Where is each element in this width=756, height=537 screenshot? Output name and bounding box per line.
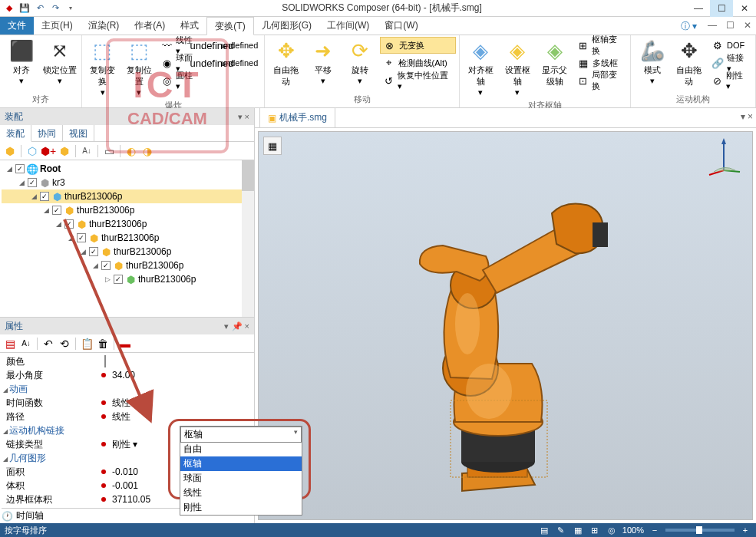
tree-checkbox[interactable]: ✓ [28, 178, 37, 187]
help-dropdown-icon[interactable]: ⓘ ▾ [675, 17, 703, 35]
ribbon-small-button[interactable]: ⊞枢轴变换 [574, 37, 627, 54]
zoom-in-icon[interactable]: + [739, 525, 751, 535]
menu-tab-4[interactable]: 变换(T) [206, 17, 253, 35]
viewport-3d[interactable]: ▦ [258, 131, 753, 520]
ribbon-small-button[interactable]: ↺恢复中性位置 ▾ [380, 72, 456, 89]
tree-checkbox[interactable]: ✓ [101, 261, 111, 270]
menu-tab-6[interactable]: 工作间(W) [319, 17, 377, 35]
assembly-tree[interactable]: ◢✓🌐Root◢✓⬢kr3◢✓⬢thurB213006p◢✓⬢thurB2130… [0, 160, 254, 317]
tool-icon-4[interactable]: ◐ [124, 144, 138, 158]
ribbon-button[interactable]: ◈设置枢轴▾ [500, 37, 535, 99]
ribbon-button[interactable]: ⬛对齐▾ [3, 37, 40, 87]
status-icon-4[interactable]: ⊞ [589, 525, 601, 535]
tree-toggle-icon[interactable]: ◢ [29, 193, 38, 200]
viewport-menu-button[interactable]: ▦ [263, 137, 282, 155]
ribbon-button[interactable]: ◈对齐枢轴▾ [463, 37, 498, 99]
ribbon-minimize-icon[interactable]: — [703, 17, 721, 35]
tree-checkbox[interactable]: ✓ [40, 192, 49, 201]
prop-sort-icon[interactable]: A↓ [19, 337, 33, 351]
tree-row[interactable]: ◢✓⬢thurB213006p [2, 231, 253, 245]
tree-row[interactable]: ◢✓⬢thurB213006p [2, 245, 253, 259]
ribbon-button[interactable]: ➜平移▾ [305, 37, 341, 87]
tool-icon-2[interactable]: ⬢+ [41, 144, 55, 158]
status-icon-3[interactable]: ▦ [572, 525, 584, 535]
ribbon-small-button[interactable]: 🔗链接 ▾ [708, 54, 752, 71]
file-tab[interactable]: 文件 [0, 17, 34, 35]
status-icon-1[interactable]: ▤ [538, 525, 550, 535]
child-maximize-icon[interactable]: ☐ [721, 17, 739, 35]
redo-icon[interactable]: ↷ [49, 2, 61, 15]
ribbon-small-button[interactable]: ⌖检测曲线(Alt) [380, 54, 456, 71]
dropdown-option[interactable]: 刚性 [180, 500, 302, 515]
tree-row[interactable]: ◢✓⬢thurB213006p [2, 203, 253, 217]
assembly-tab-2[interactable]: 视图 [63, 125, 94, 141]
dropdown-option[interactable]: 线性 [180, 486, 302, 500]
qat-dropdown-icon[interactable]: ▾ [64, 2, 77, 15]
close-button[interactable]: ✕ [733, 0, 756, 17]
tree-row[interactable]: ▷✓⬢thurB213006p [2, 272, 253, 286]
dropdown-selected[interactable]: 枢轴▾ [180, 427, 302, 443]
prop-tool-5[interactable]: 🗑 [96, 337, 110, 351]
tree-scrollbar[interactable] [242, 160, 254, 317]
document-tab[interactable]: ▣ 机械手.smg [259, 107, 335, 127]
ribbon-small-button[interactable]: ⊡局部变换 [574, 72, 627, 89]
zoom-out-icon[interactable]: − [649, 525, 661, 535]
dropdown-option[interactable]: 枢轴 [180, 456, 302, 471]
tree-row[interactable]: ◢✓⬢kr3 [2, 176, 253, 189]
menu-tab-1[interactable]: 渲染(R) [81, 17, 127, 35]
link-type-dropdown[interactable]: 枢轴▾ 自由枢轴球面线性刚性 [180, 426, 302, 516]
ribbon-button[interactable]: ◈显示父级轴 [537, 37, 573, 89]
viewport-compass[interactable] [705, 138, 743, 176]
tree-checkbox[interactable]: ✓ [89, 247, 98, 256]
assembly-tab-0[interactable]: 装配 [0, 125, 31, 142]
ribbon-small-button[interactable]: undefinedundefined [203, 37, 261, 54]
maximize-button[interactable]: ☐ [710, 0, 733, 17]
tree-toggle-icon[interactable]: ◢ [78, 248, 87, 255]
minimize-button[interactable]: — [687, 0, 710, 17]
menu-tab-2[interactable]: 作者(A) [127, 17, 173, 35]
tree-toggle-icon[interactable]: ◢ [41, 206, 51, 214]
ribbon-small-button[interactable]: ⊗无变换 [380, 37, 456, 54]
ribbon-button[interactable]: 🦾模式▾ [634, 37, 669, 87]
tree-toggle-icon[interactable]: ◢ [5, 165, 14, 173]
prop-tool-4[interactable]: 📋 [80, 337, 94, 351]
assembly-icon[interactable]: ⬢ [3, 144, 17, 158]
ribbon-small-button[interactable]: ⚙DOF [708, 37, 752, 54]
ribbon-button[interactable]: ✥自由拖动 [672, 37, 707, 89]
menu-tab-3[interactable]: 样式 [173, 17, 206, 35]
tree-toggle-icon[interactable]: ◢ [17, 179, 26, 186]
tool-icon-1[interactable]: ⬡ [25, 144, 39, 158]
prop-color-icon[interactable]: ▬ [118, 337, 132, 351]
property-category[interactable]: 动画 [2, 382, 253, 396]
tool-icon-3[interactable]: ⬢ [58, 144, 71, 158]
property-value[interactable]: 线性 [109, 397, 253, 410]
tree-toggle-icon[interactable]: ◢ [91, 262, 100, 269]
save-icon[interactable]: 💾 [18, 2, 31, 15]
property-value[interactable]: 34.00 [109, 370, 253, 381]
status-icon-5[interactable]: ◎ [606, 525, 618, 535]
status-icon-2[interactable]: ✎ [555, 525, 567, 535]
tree-scroll-thumb[interactable] [242, 160, 254, 191]
menu-tab-0[interactable]: 主页(H) [34, 17, 81, 35]
ribbon-small-button[interactable]: ◎圆柱 ▾ [158, 72, 201, 89]
dropdown-option[interactable]: 自由 [180, 442, 302, 456]
prop-tool-1[interactable]: ▤ [3, 337, 17, 351]
tree-row[interactable]: ◢✓⬢thurB213006p [2, 259, 253, 272]
sort-icon[interactable]: A↓ [80, 144, 94, 158]
properties-panel-controls[interactable]: ▾ 📌 × [224, 321, 249, 331]
tree-toggle-icon[interactable]: ▷ [103, 275, 112, 283]
ribbon-small-button[interactable]: ⊘刚性 ▾ [708, 72, 752, 89]
tree-row[interactable]: ◢✓⬢thurB213006p [2, 217, 253, 231]
assembly-tab-1[interactable]: 协同 [31, 125, 63, 141]
tree-checkbox[interactable]: ✓ [77, 233, 86, 242]
property-row[interactable]: 最小角度34.00 [2, 368, 253, 382]
select-icon[interactable]: ▭ [102, 144, 116, 158]
zoom-slider[interactable] [665, 529, 735, 532]
prop-tool-3[interactable]: ⟲ [58, 337, 71, 351]
tree-row[interactable]: ◢✓🌐Root [2, 162, 253, 176]
menu-tab-5[interactable]: 几何图形(G) [254, 17, 319, 35]
tree-row[interactable]: ◢✓⬢thurB213006p [2, 189, 253, 203]
property-value[interactable] [101, 356, 253, 367]
property-value[interactable]: 线性 [109, 410, 253, 423]
tree-toggle-icon[interactable]: ◢ [54, 220, 63, 228]
